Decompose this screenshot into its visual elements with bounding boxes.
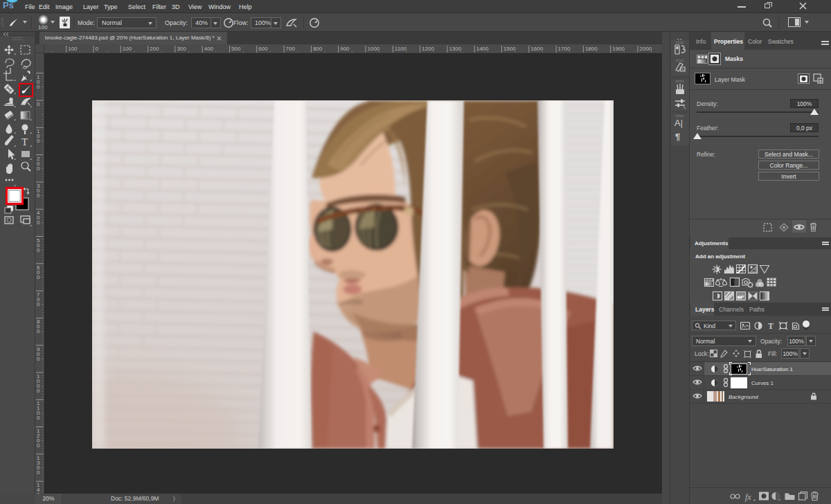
svg-text:500: 500 [231,46,241,52]
svg-text:0: 0 [37,301,40,307]
svg-text:1500: 1500 [503,46,516,52]
svg-text:0: 0 [37,388,40,394]
svg-text:0: 0 [37,415,40,421]
svg-text:0: 0 [37,274,40,280]
svg-text:1400: 1400 [476,46,489,52]
svg-text:100: 100 [68,46,78,52]
svg-text:0: 0 [37,469,40,476]
svg-text:1800: 1800 [585,46,598,52]
svg-text:1200: 1200 [422,46,434,52]
svg-text:0: 0 [37,84,40,90]
svg-text:0: 0 [96,46,99,52]
svg-text:0: 0 [37,356,40,362]
svg-text:400: 400 [204,46,214,52]
svg-text:T: T [21,136,28,147]
svg-text:0: 0 [37,192,40,199]
svg-text:300: 300 [177,46,186,52]
svg-text:200: 200 [150,46,159,52]
svg-text:fx: fx [745,492,751,502]
svg-text:800: 800 [313,46,323,52]
svg-text:T: T [768,321,774,330]
svg-text:0: 0 [37,442,40,449]
svg-text:0: 0 [37,101,40,107]
svg-text:1100: 1100 [395,46,407,52]
svg-text:700: 700 [286,46,296,52]
svg-text:0: 0 [37,165,40,172]
svg-text:600: 600 [258,46,268,52]
svg-text:1000: 1000 [368,46,380,52]
svg-text:0: 0 [37,138,40,144]
svg-text:100: 100 [123,46,132,52]
svg-text:1300: 1300 [449,46,461,52]
svg-text:2000: 2000 [640,46,652,52]
svg-text:1900: 1900 [612,46,625,52]
svg-text:0: 0 [37,247,40,253]
svg-text:1600: 1600 [530,46,543,52]
svg-text:0: 0 [37,328,40,334]
svg-text:900: 900 [340,46,350,52]
svg-text:0: 0 [37,219,40,226]
svg-text:1700: 1700 [558,46,571,52]
